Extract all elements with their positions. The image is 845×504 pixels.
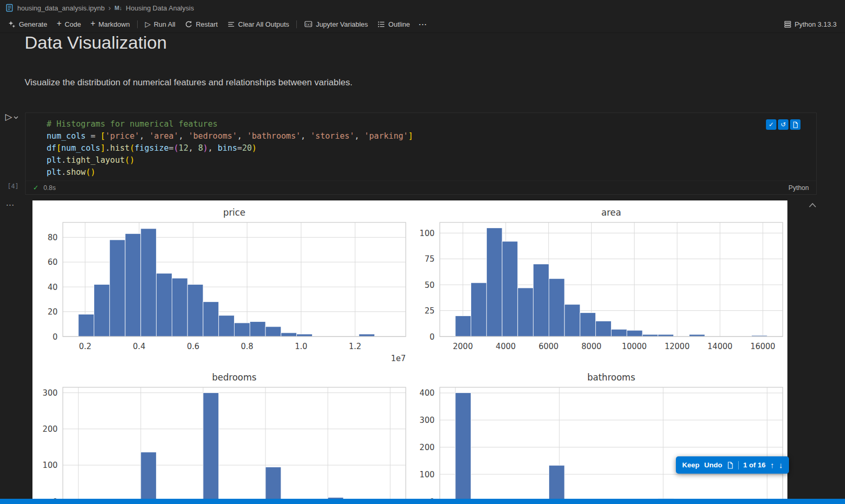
histogram-bathrooms: 01002003004001234bathrooms	[419, 372, 783, 499]
svg-text:16000: 16000	[750, 342, 775, 351]
execution-count: [4]	[7, 183, 19, 190]
svg-text:100: 100	[419, 229, 435, 238]
inline-chat-widget: Keep Undo 1 of 16 ↑ ↓	[676, 456, 789, 474]
svg-text:80: 80	[48, 233, 58, 242]
svg-text:bathrooms: bathrooms	[587, 372, 636, 383]
svg-text:100: 100	[42, 461, 58, 470]
scroll-top-icon[interactable]	[808, 203, 817, 208]
previous-change-icon[interactable]: ↑	[770, 461, 774, 469]
breadcrumb: housing_data_analysis.ipynb › M↓ Housing…	[0, 0, 845, 16]
keep-button[interactable]: Keep	[682, 461, 699, 469]
svg-text:0.2: 0.2	[79, 342, 92, 351]
histogram-bedrooms: 0100200300123456bedrooms	[42, 372, 406, 499]
cell-status-bar: ✓ 0.8s Python	[26, 181, 816, 194]
svg-text:area: area	[602, 207, 621, 218]
add-code-button[interactable]: + Code	[52, 17, 85, 31]
sparkle-icon	[8, 20, 16, 28]
kernel-picker[interactable]: Python 3.13.3	[779, 20, 842, 28]
diff-position-label: 1 of 16	[743, 461, 766, 469]
svg-text:300: 300	[42, 388, 58, 398]
toggle-diff-icon[interactable]	[727, 462, 733, 469]
svg-text:price: price	[223, 207, 245, 218]
svg-text:10000: 10000	[622, 342, 647, 351]
view-diff-button[interactable]	[790, 119, 800, 130]
svg-text:0.4: 0.4	[133, 342, 146, 351]
svg-text:14000: 14000	[707, 342, 732, 351]
svg-text:200: 200	[42, 424, 58, 434]
notebook-toolbar: Generate + Code + Markdown ▷ Run All Res…	[0, 16, 845, 33]
svg-text:1.0: 1.0	[295, 342, 307, 351]
run-cell-button[interactable]: ▷	[5, 112, 18, 122]
histogram-area: 0255075100200040006000800010000120001400…	[419, 207, 783, 351]
execution-time: 0.8s	[43, 184, 56, 192]
kernel-icon	[784, 20, 792, 28]
svg-text:75: 75	[425, 254, 435, 264]
svg-text:300: 300	[419, 416, 435, 425]
window-bottom-border	[0, 499, 845, 504]
restart-button[interactable]: Restart	[180, 17, 223, 31]
svg-text:(x): (x)	[306, 23, 312, 27]
svg-text:50: 50	[425, 281, 435, 290]
breadcrumb-section[interactable]: Housing Data Analysis	[126, 4, 194, 12]
add-markdown-button[interactable]: + Markdown	[86, 17, 135, 31]
markdown-heading: Data Visualization	[25, 32, 167, 53]
code-editor[interactable]: # Histograms for numerical featuresnum_c…	[47, 118, 413, 178]
clear-all-icon	[227, 20, 235, 28]
next-change-icon[interactable]: ↓	[779, 461, 783, 469]
cell-language-picker[interactable]: Python	[788, 184, 809, 192]
outline-icon	[377, 20, 385, 28]
accept-change-button[interactable]: ✓	[766, 119, 776, 130]
success-icon: ✓	[33, 184, 39, 192]
svg-text:20: 20	[48, 307, 58, 317]
outline-button[interactable]: Outline	[373, 17, 415, 31]
svg-text:bedrooms: bedrooms	[212, 372, 257, 383]
svg-text:12000: 12000	[664, 342, 690, 351]
plus-icon: +	[91, 19, 95, 28]
generate-button[interactable]: Generate	[3, 17, 52, 31]
histogram-price: 0204060800.20.40.60.81.01.2price1e7	[48, 207, 406, 363]
output-more-actions[interactable]: ···	[6, 201, 15, 209]
markdown-paragraph: Visualize the distribution of numerical …	[25, 77, 352, 88]
undo-button[interactable]: Undo	[704, 461, 722, 469]
histogram-figure: 0204060800.20.40.60.81.01.2price1e702550…	[32, 200, 787, 499]
vscode-window: housing_data_analysis.ipynb › M↓ Housing…	[0, 0, 845, 504]
widget-separator	[738, 461, 739, 469]
inline-chat-cell-actions: ✓ ↺	[766, 119, 800, 130]
svg-text:0: 0	[429, 332, 435, 342]
restart-icon	[185, 20, 193, 28]
clear-all-outputs-button[interactable]: Clear All Outputs	[223, 17, 294, 31]
svg-text:200: 200	[419, 443, 435, 452]
code-cell: ✓ ↺ # Histograms for numerical featuresn…	[25, 113, 817, 195]
svg-text:8000: 8000	[582, 342, 602, 351]
svg-text:0: 0	[52, 332, 58, 342]
markdown-icon: M↓	[115, 5, 123, 11]
notebook-file-icon	[5, 4, 14, 12]
svg-text:1e7: 1e7	[391, 354, 406, 363]
svg-text:4000: 4000	[496, 342, 516, 351]
discard-change-button[interactable]: ↺	[778, 119, 788, 130]
toolbar-more-actions[interactable]: ···	[415, 20, 431, 28]
plus-icon: +	[57, 19, 61, 28]
cell-output: 0204060800.20.40.60.81.01.2price1e702550…	[32, 200, 787, 499]
svg-text:400: 400	[419, 388, 435, 398]
svg-text:0.8: 0.8	[241, 342, 253, 351]
variables-icon: (x)	[304, 20, 313, 28]
play-icon: ▷	[145, 20, 151, 28]
toolbar-separator	[296, 20, 297, 28]
svg-text:6000: 6000	[539, 342, 559, 351]
svg-text:25: 25	[425, 306, 435, 316]
chevron-down-icon	[14, 116, 18, 119]
svg-text:100: 100	[419, 470, 435, 479]
breadcrumb-file[interactable]: housing_data_analysis.ipynb	[17, 4, 105, 12]
svg-text:60: 60	[48, 257, 58, 267]
play-icon: ▷	[5, 112, 12, 122]
svg-text:40: 40	[48, 283, 58, 292]
toolbar-separator	[137, 20, 138, 28]
jupyter-variables-button[interactable]: (x) Jupyter Variables	[299, 17, 372, 31]
run-all-button[interactable]: ▷ Run All	[140, 17, 180, 31]
svg-text:2000: 2000	[453, 342, 473, 351]
breadcrumb-chevron-icon: ›	[108, 4, 111, 12]
svg-text:1.2: 1.2	[349, 342, 361, 351]
svg-text:0.6: 0.6	[187, 342, 199, 351]
